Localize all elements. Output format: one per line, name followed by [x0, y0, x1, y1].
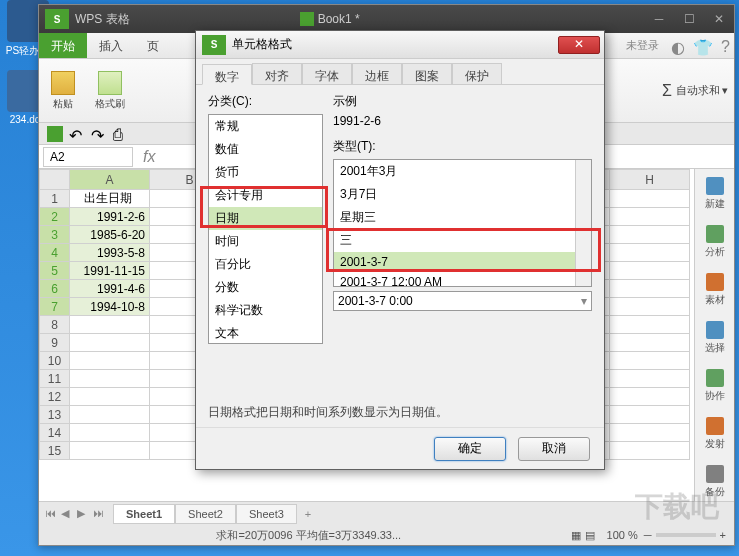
sheet-prev-icon[interactable]: ◀: [61, 507, 75, 521]
type-item-selected[interactable]: 2001-3-7: [334, 252, 591, 272]
minimize-icon[interactable]: ─: [644, 7, 674, 31]
cell[interactable]: 1994-10-8: [70, 298, 150, 316]
cell[interactable]: 1991-2-6: [70, 208, 150, 226]
zoom-slider[interactable]: [656, 533, 716, 537]
select-all-corner[interactable]: [40, 170, 70, 190]
panel-launch[interactable]: 发射: [705, 417, 725, 451]
category-item[interactable]: 科学记数: [209, 299, 322, 322]
sheet-next-icon[interactable]: ▶: [77, 507, 91, 521]
row-header[interactable]: 5: [40, 262, 70, 280]
dialog-titlebar[interactable]: S 单元格格式 ✕: [196, 31, 604, 59]
category-item[interactable]: 时间: [209, 230, 322, 253]
sheet-last-icon[interactable]: ⏭: [93, 507, 107, 521]
cell[interactable]: 1985-6-20: [70, 226, 150, 244]
new-icon: [706, 177, 724, 195]
cell[interactable]: 1993-5-8: [70, 244, 150, 262]
zoom-level[interactable]: 100 %: [607, 529, 638, 541]
dlg-tab-pattern[interactable]: 图案: [402, 63, 452, 84]
dlg-tab-number[interactable]: 数字: [202, 64, 252, 85]
row-header[interactable]: 13: [40, 406, 70, 424]
dialog-description: 日期格式把日期和时间系列数显示为日期值。: [196, 398, 604, 427]
type-item[interactable]: 星期三: [334, 206, 591, 229]
titlebar: S WPS 表格 Book1 * ─ ☐ ✕: [39, 5, 734, 33]
ribbon-tab-start[interactable]: 开始: [39, 33, 87, 58]
theme-icon[interactable]: ◐: [667, 33, 689, 58]
category-item[interactable]: 货币: [209, 161, 322, 184]
type-item[interactable]: 3月7日: [334, 183, 591, 206]
cell[interactable]: 1991-11-15: [70, 262, 150, 280]
sheet-tab[interactable]: Sheet3: [236, 504, 297, 524]
dlg-tab-protect[interactable]: 保护: [452, 63, 502, 84]
row-header[interactable]: 1: [40, 190, 70, 208]
ribbon-tab-insert[interactable]: 插入: [87, 33, 135, 58]
row-header[interactable]: 15: [40, 442, 70, 460]
row-header[interactable]: 3: [40, 226, 70, 244]
sheet-tab[interactable]: Sheet2: [175, 504, 236, 524]
row-header[interactable]: 9: [40, 334, 70, 352]
cancel-button[interactable]: 取消: [518, 437, 590, 461]
autosum-button[interactable]: Σ 自动求和 ▾: [662, 82, 728, 100]
fx-icon[interactable]: fx: [137, 148, 161, 166]
row-header[interactable]: 12: [40, 388, 70, 406]
panel-new[interactable]: 新建: [705, 177, 725, 211]
scrollbar[interactable]: [575, 160, 591, 286]
redo-icon[interactable]: ↷: [91, 126, 107, 142]
row-header[interactable]: 10: [40, 352, 70, 370]
add-sheet-icon[interactable]: +: [297, 508, 319, 520]
cell[interactable]: 出生日期: [70, 190, 150, 208]
ribbon-tab-page[interactable]: 页: [135, 33, 171, 58]
cell[interactable]: 1991-4-6: [70, 280, 150, 298]
type-item[interactable]: 三: [334, 229, 591, 252]
sheet-tab[interactable]: Sheet1: [113, 504, 175, 524]
dlg-tab-font[interactable]: 字体: [302, 63, 352, 84]
row-header[interactable]: 8: [40, 316, 70, 334]
panel-backup[interactable]: 备份: [705, 465, 725, 499]
shirt-icon[interactable]: 👕: [689, 33, 717, 58]
help-icon[interactable]: ?: [717, 33, 734, 58]
format-painter-button[interactable]: 格式刷: [89, 69, 131, 113]
type-item[interactable]: 2001-3-7 12:00 AM: [334, 272, 591, 292]
dlg-tab-border[interactable]: 边框: [352, 63, 402, 84]
category-item[interactable]: 会计专用: [209, 184, 322, 207]
category-item[interactable]: 文本: [209, 322, 322, 344]
document-tab[interactable]: Book1 *: [300, 12, 360, 26]
type-list[interactable]: 2001年3月 3月7日 星期三 三 2001-3-7 2001-3-7 12:…: [333, 159, 592, 287]
maximize-icon[interactable]: ☐: [674, 7, 704, 31]
category-item[interactable]: 百分比: [209, 253, 322, 276]
col-header-a[interactable]: A: [70, 170, 150, 190]
row-header[interactable]: 14: [40, 424, 70, 442]
category-item[interactable]: 分数: [209, 276, 322, 299]
row-header[interactable]: 11: [40, 370, 70, 388]
panel-material[interactable]: 素材: [705, 273, 725, 307]
col-header-h[interactable]: H: [610, 170, 690, 190]
category-list[interactable]: 常规 数值 货币 会计专用 日期 时间 百分比 分数 科学记数 文本 特殊 自定…: [208, 114, 323, 344]
sheet-first-icon[interactable]: ⏮: [45, 507, 59, 521]
login-status[interactable]: 未登录: [618, 33, 667, 58]
category-item[interactable]: 常规: [209, 115, 322, 138]
type-item[interactable]: 2001年3月: [334, 160, 591, 183]
row-header[interactable]: 6: [40, 280, 70, 298]
view-normal-icon[interactable]: ▦: [571, 529, 581, 542]
dialog-close-button[interactable]: ✕: [558, 36, 600, 54]
dlg-tab-align[interactable]: 对齐: [252, 63, 302, 84]
name-box[interactable]: A2: [43, 147, 133, 167]
ok-button[interactable]: 确定: [434, 437, 506, 461]
analyze-icon: [706, 225, 724, 243]
panel-analyze[interactable]: 分析: [705, 225, 725, 259]
undo-icon[interactable]: ↶: [69, 126, 85, 142]
panel-select[interactable]: 选择: [705, 321, 725, 355]
zoom-in-icon[interactable]: +: [720, 529, 726, 541]
row-header[interactable]: 7: [40, 298, 70, 316]
category-item[interactable]: 数值: [209, 138, 322, 161]
save-icon[interactable]: [47, 126, 63, 142]
row-header[interactable]: 4: [40, 244, 70, 262]
print-icon[interactable]: ⎙: [113, 126, 129, 142]
type-combo[interactable]: 2001-3-7 0:00 ▾: [333, 291, 592, 311]
zoom-out-icon[interactable]: ─: [644, 529, 652, 541]
row-header[interactable]: 2: [40, 208, 70, 226]
close-icon[interactable]: ✕: [704, 7, 734, 31]
category-item-date[interactable]: 日期: [209, 207, 322, 230]
panel-collab[interactable]: 协作: [705, 369, 725, 403]
view-page-icon[interactable]: ▤: [585, 529, 595, 542]
paste-button[interactable]: 粘贴: [45, 69, 81, 113]
